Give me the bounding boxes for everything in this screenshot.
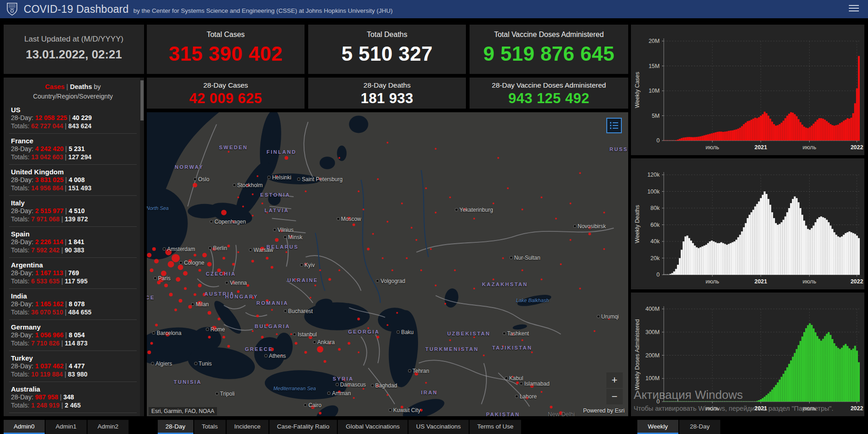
- case-dot[interactable]: [203, 293, 207, 297]
- case-dot[interactable]: [276, 175, 278, 177]
- case-dot[interactable]: [238, 197, 239, 199]
- case-dot[interactable]: [579, 172, 581, 174]
- case-dot[interactable]: [512, 333, 514, 335]
- case-dot[interactable]: [377, 178, 379, 180]
- case-dot[interactable]: [387, 142, 388, 144]
- list-item[interactable]: Spain28-Day: 2 226 114 | 1 841Totals: 7 …: [9, 227, 137, 258]
- case-dot[interactable]: [183, 271, 188, 276]
- case-dot[interactable]: [555, 218, 557, 220]
- case-dot[interactable]: [150, 268, 154, 272]
- tab-weekly[interactable]: Weekly: [637, 420, 678, 434]
- cases-header[interactable]: Cases: [45, 83, 65, 90]
- case-dot[interactable]: [271, 309, 273, 311]
- case-dot[interactable]: [502, 345, 504, 347]
- scrollbar-thumb[interactable]: [140, 80, 144, 120]
- case-dot[interactable]: [324, 360, 326, 363]
- case-dot[interactable]: [367, 327, 369, 329]
- case-dot[interactable]: [492, 278, 494, 280]
- case-dot[interactable]: [237, 290, 240, 293]
- case-dot[interactable]: [387, 221, 388, 223]
- case-dot[interactable]: [414, 372, 418, 376]
- case-dot[interactable]: [217, 318, 220, 320]
- case-dot[interactable]: [483, 355, 485, 356]
- case-dot[interactable]: [310, 297, 311, 298]
- case-dot[interactable]: [473, 218, 475, 220]
- case-dot[interactable]: [152, 247, 156, 251]
- case-dot[interactable]: [207, 262, 212, 267]
- case-dot[interactable]: [522, 340, 523, 341]
- case-dot[interactable]: [188, 305, 192, 309]
- list-item[interactable]: Italy28-Day: 2 515 977 | 4 510Totals: 7 …: [9, 196, 137, 227]
- case-dot[interactable]: [309, 335, 312, 339]
- case-dot[interactable]: [178, 265, 183, 270]
- case-dot[interactable]: [473, 336, 475, 338]
- case-dot[interactable]: [497, 157, 499, 159]
- case-dot[interactable]: [328, 278, 331, 281]
- case-dot[interactable]: [281, 355, 283, 356]
- case-dot[interactable]: [541, 391, 542, 393]
- tab-28-day[interactable]: 28-Day: [158, 420, 193, 434]
- case-dot[interactable]: [377, 384, 379, 387]
- case-dot[interactable]: [420, 269, 422, 271]
- case-dot[interactable]: [147, 253, 151, 257]
- case-dot[interactable]: [357, 318, 360, 320]
- case-dot[interactable]: [285, 251, 287, 253]
- case-dot[interactable]: [252, 330, 253, 332]
- case-dot[interactable]: [266, 299, 269, 302]
- case-dot[interactable]: [147, 350, 151, 354]
- case-dot[interactable]: [319, 269, 321, 271]
- tab-28-day[interactable]: 28-Day: [679, 420, 720, 434]
- zoom-out-icon[interactable]: −: [606, 389, 623, 404]
- case-dot[interactable]: [579, 288, 581, 289]
- case-dot[interactable]: [589, 226, 591, 229]
- case-dot[interactable]: [435, 212, 437, 214]
- case-dot[interactable]: [194, 254, 196, 256]
- case-dot[interactable]: [425, 382, 427, 384]
- case-dot[interactable]: [358, 351, 360, 353]
- case-dot[interactable]: [305, 190, 307, 192]
- case-dot[interactable]: [362, 388, 364, 390]
- case-dot[interactable]: [295, 278, 297, 280]
- case-dot[interactable]: [212, 247, 216, 251]
- case-dot[interactable]: [252, 193, 253, 195]
- case-dot[interactable]: [315, 285, 316, 287]
- case-dot[interactable]: [502, 257, 504, 259]
- case-dot[interactable]: [188, 259, 192, 263]
- case-dot[interactable]: [193, 183, 197, 188]
- case-dot[interactable]: [232, 220, 235, 223]
- case-dot[interactable]: [290, 235, 293, 238]
- case-dot[interactable]: [362, 209, 364, 210]
- case-dot[interactable]: [522, 209, 523, 210]
- case-dot[interactable]: [275, 238, 279, 242]
- case-dot[interactable]: [338, 269, 340, 271]
- case-dot[interactable]: [401, 406, 403, 408]
- menu-icon[interactable]: [849, 5, 859, 13]
- case-dot[interactable]: [430, 248, 432, 250]
- case-dot[interactable]: [150, 342, 153, 345]
- case-dot[interactable]: [261, 203, 263, 204]
- case-dot[interactable]: [377, 336, 379, 339]
- case-dot[interactable]: [217, 268, 221, 272]
- case-dot[interactable]: [449, 197, 451, 199]
- case-dot[interactable]: [319, 178, 321, 181]
- case-dot[interactable]: [266, 324, 269, 326]
- case-dot[interactable]: [522, 269, 523, 271]
- tab-incidence[interactable]: Incidence: [227, 420, 269, 434]
- case-dot[interactable]: [252, 214, 253, 216]
- case-dot[interactable]: [280, 230, 283, 232]
- case-dot[interactable]: [569, 203, 571, 204]
- case-dot[interactable]: [242, 206, 244, 208]
- list-item[interactable]: India28-Day: 1 165 162 | 8 078Totals: 36…: [9, 289, 137, 320]
- case-dot[interactable]: [435, 391, 437, 393]
- case-dot[interactable]: [256, 314, 259, 317]
- case-dot[interactable]: [459, 349, 460, 350]
- case-dot[interactable]: [305, 263, 307, 266]
- case-dot[interactable]: [348, 385, 350, 387]
- case-dot[interactable]: [222, 257, 225, 260]
- case-dot[interactable]: [251, 296, 254, 299]
- case-dot[interactable]: [232, 281, 235, 284]
- case-dot[interactable]: [164, 284, 168, 288]
- case-dot[interactable]: [271, 266, 274, 269]
- case-dot[interactable]: [382, 257, 383, 259]
- case-dot[interactable]: [463, 208, 466, 211]
